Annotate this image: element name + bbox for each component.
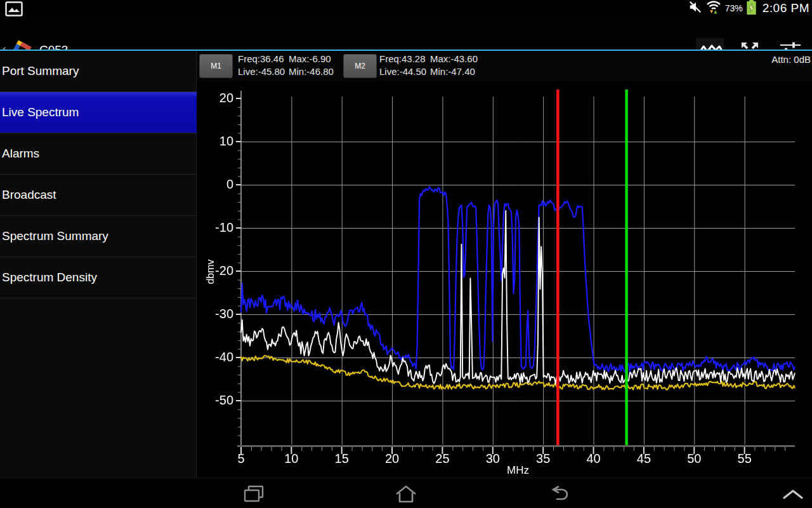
screen: 73% 2:06 PM ‹ C053 bbox=[0, 0, 812, 508]
marker-m2-freq-live: Freq:43.28Live:-44.50 bbox=[379, 53, 426, 78]
sidebar-item-live-spectrum[interactable]: Live Spectrum bbox=[0, 92, 197, 133]
recents-icon[interactable] bbox=[240, 483, 268, 505]
spectrum-chart-canvas[interactable] bbox=[197, 81, 812, 478]
mute-icon bbox=[688, 0, 702, 17]
clock: 2:06 PM bbox=[763, 1, 809, 15]
battery-percent: 73% bbox=[725, 3, 743, 13]
sidebar-item-port-summary[interactable]: Port Summary bbox=[0, 51, 197, 92]
action-bar: ‹ C053 bbox=[0, 17, 812, 50]
marker-m1-freq-live: Freq:36.46Live:-45.80 bbox=[238, 53, 285, 78]
sidebar: Port Summary Live Spectrum Alarms Broadc… bbox=[0, 51, 197, 478]
marker-bar: M1 Freq:36.46Live:-45.80 Max:-6.90Min:-4… bbox=[197, 51, 812, 81]
marker-m2-max-min: Max:-43.60Min:-47.40 bbox=[430, 53, 478, 78]
sidebar-item-alarms[interactable]: Alarms bbox=[0, 133, 197, 175]
chart-panel: M1 Freq:36.46Live:-45.80 Max:-6.90Min:-4… bbox=[197, 51, 812, 478]
sidebar-item-broadcast[interactable]: Broadcast bbox=[0, 175, 197, 216]
attenuation-label: Attn: 0dB bbox=[771, 54, 811, 65]
wifi-updown-icon bbox=[705, 0, 722, 17]
chevron-up-icon[interactable] bbox=[779, 483, 807, 505]
nav-bar bbox=[0, 478, 812, 508]
status-icons: 73% 2:06 PM bbox=[688, 1, 809, 16]
battery-charging-icon bbox=[746, 0, 757, 18]
home-icon[interactable] bbox=[392, 483, 420, 505]
status-bar: 73% 2:06 PM bbox=[0, 0, 812, 17]
marker-m2-button[interactable]: M2 bbox=[343, 54, 377, 78]
sidebar-item-spectrum-density[interactable]: Spectrum Density bbox=[0, 257, 197, 298]
marker-m1-max-min: Max:-6.90Min:-46.80 bbox=[289, 53, 334, 78]
sidebar-item-spectrum-summary[interactable]: Spectrum Summary bbox=[0, 216, 197, 257]
back-icon[interactable] bbox=[544, 483, 572, 505]
marker-m1-button[interactable]: M1 bbox=[199, 54, 233, 78]
